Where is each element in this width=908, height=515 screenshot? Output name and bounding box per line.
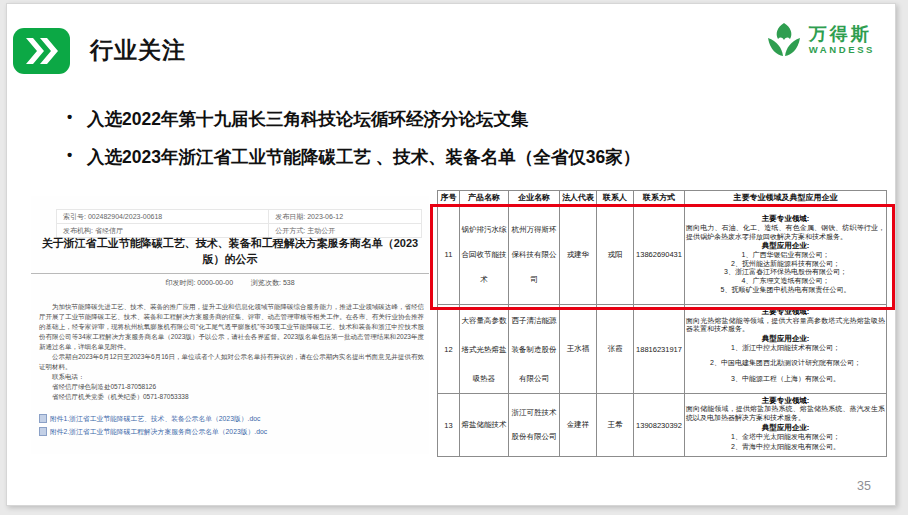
apps-list: 1、金塔中光太阳能发电有限公司； 2、青海中控太阳能发电有限公司。 (686, 433, 885, 453)
doc-contact-label: 联系电话： (39, 372, 424, 382)
doc-title: 关于浙江省工业节能降碳工艺、技术、装备和工程解决方案服务商名单（2023版）的公… (33, 236, 427, 267)
cell-company: 西子清洁能源装备制造股份有限公司 (509, 305, 560, 394)
table-row-11: 11 锅炉排污水综合回收节能技术 杭州万得斯环保科技有限公司 戎建华 戎阳 13… (438, 205, 887, 305)
cell-phone: 18816231917 (634, 305, 685, 394)
domain-label: 主要专业领域: (686, 396, 885, 406)
doc-paragraph-1: 为加快节能降碳先进工艺、技术、装备的推广应用，提升工业和信息化领域节能降碳综合服… (39, 302, 424, 352)
doc-view-count: 浏览次数: 538 (251, 279, 295, 286)
gov-notice-screenshot: 索引号: 002482904/2023-00618 发布日期: 2023-06-… (31, 196, 429, 454)
cell-no: 11 (438, 205, 460, 305)
cell-product: 熔盐储能技术 (460, 394, 509, 457)
app-item: 1、浙江中控太阳能技术有限公司； (686, 344, 885, 353)
app-item: 5、抚顺矿业集团中机热电有限责任公司。 (686, 286, 885, 295)
vendor-table: 序号 产品名称 企业名称 法人代表 联系人 联系方式 主要专业领域及典型应用企业… (437, 190, 887, 457)
slide: 行业关注 万得斯 WANDESS • 入选2022年第十九届长三角科技论坛循环经… (6, 3, 896, 506)
table-header-row: 序号 产品名称 企业名称 法人代表 联系人 联系方式 主要专业领域及典型应用企业 (438, 191, 887, 205)
bullet-item: • 入选2022年第十九届长三角科技论坛循环经济分论坛文集 (67, 107, 867, 131)
app-item: 4、广东理文造纸有限公司； (686, 277, 885, 286)
cell-contact: 张霞 (597, 305, 634, 394)
apps-label: 典型应用企业: (686, 241, 885, 251)
col-header-specialty: 主要专业领域及典型应用企业 (685, 191, 887, 205)
apps-label: 典型应用企业: (686, 423, 885, 433)
cell-specialty: 主要专业领域: 面向电力、石油、化工、造纸、有色金属、钢铁、纺织等行业，提供锅炉… (685, 205, 887, 305)
doc-paragraph-2: 公示期自2023年6月12日至2023年6月16日，单位或者个人如对公示名单持有… (39, 352, 424, 372)
cell-product: 锅炉排污水综合回收节能技术 (460, 205, 509, 305)
app-item: 1、金塔中光太阳能发电有限公司； (686, 433, 885, 442)
apps-label: 典型应用企业: (686, 334, 885, 344)
col-header-legal-rep: 法人代表 (560, 191, 597, 205)
doc-file-icon (39, 427, 47, 436)
cell-no: 12 (438, 305, 460, 394)
cell-specialty: 主要专业领域: 面向光热熔盐储能等领域，提供大容量高参数塔式光热熔盐吸热器装置和… (685, 305, 887, 394)
doc-index-no: 索引号: 002482904/2023-00618 (57, 210, 269, 224)
apps-list: 1、浙江中控太阳能技术有限公司； 2、中国电建集团西北勘测设计研究院有限公司； … (686, 344, 885, 384)
app-item: 1、广西华银铝业有限公司； (686, 251, 885, 260)
doc-contact-phone-2: 省经信厅机关党委（机关纪委）0571-87053338 (39, 392, 424, 402)
table-row-13: 13 熔盐储能技术 浙江可胜技术股份有限公司 金建祥 王希 1390823039… (438, 394, 887, 457)
doc-divider (31, 273, 429, 274)
cell-legal-rep: 戎建华 (560, 205, 597, 305)
cell-company: 杭州万得斯环保科技有限公司 (509, 205, 560, 305)
app-item: 2、中国电建集团西北勘测设计研究院有限公司； (686, 359, 885, 368)
bullet-dot: • (67, 107, 87, 131)
cell-no: 13 (438, 394, 460, 457)
col-header-company: 企业名称 (509, 191, 560, 205)
domain-text: 面向电力、石油、化工、造纸、有色金属、钢铁、纺织等行业，提供锅炉余热废水零排放回… (686, 224, 885, 242)
doc-body: 为加快节能降碳先进工艺、技术、装备的推广应用，提升工业和信息化领域节能降碳综合服… (39, 302, 424, 438)
col-header-no: 序号 (438, 191, 460, 205)
logo-name-cn: 万得斯 (809, 25, 875, 45)
chevron-glyphs (22, 37, 62, 65)
plant-logo-icon (764, 20, 804, 60)
double-chevron-icon (13, 28, 70, 74)
doc-info-table: 索引号: 002482904/2023-00618 发布日期: 2023-06-… (56, 209, 422, 238)
cell-legal-rep: 金建祥 (560, 394, 597, 457)
cell-product: 大容量高参数塔式光热熔盐吸热器 (460, 305, 509, 394)
attachment-name[interactable]: 附件1.浙江省工业节能降碳工艺、技术、装备公示名单（2023版）.doc (50, 412, 260, 425)
doc-contact-phone-1: 省经信厅绿色制造处0571-87058126 (39, 382, 424, 392)
cell-specialty: 主要专业领域: 面向储能领域，提供熔盐加热系统、熔盐储热系统、蒸汽发生系统以及电… (685, 394, 887, 457)
doc-meta: 印发时间: 0000-00-00 浏览次数: 538 (31, 278, 429, 288)
attachment-link-2[interactable]: 附件2.浙江省工业节能降碳工程解决方案服务商公示名单（2023版）.doc (39, 425, 424, 438)
bullet-text: 入选2023年浙江省工业节能降碳工艺 、技术、装备名单（全省仅36家） (87, 145, 640, 169)
domain-text: 面向储能领域，提供熔盐加热系统、熔盐储热系统、蒸汽发生系统以及电加热器解决方案和… (686, 405, 885, 423)
domain-label: 主要专业领域: (686, 214, 885, 224)
domain-text: 面向光热熔盐储能等领域，提供大容量高参数塔式光热熔盐吸热器装置和技术服务。 (686, 317, 885, 335)
app-item: 3、浙江富春江环保热电股份有限公司； (686, 268, 885, 277)
attachment-name[interactable]: 附件2.浙江省工业节能降碳工程解决方案服务商公示名单（2023版）.doc (50, 425, 267, 438)
doc-issue-time: 印发时间: 0000-00-00 (165, 279, 233, 286)
doc-file-icon (39, 414, 47, 423)
app-item: 2、青海中控太阳能发电有限公司。 (686, 443, 885, 452)
col-header-phone: 联系方式 (634, 191, 685, 205)
cell-phone: 13862690431 (634, 205, 685, 305)
table-row-12: 12 大容量高参数塔式光热熔盐吸热器 西子清洁能源装备制造股份有限公司 王水福 … (438, 305, 887, 394)
domain-label: 主要专业领域: (686, 307, 885, 317)
cell-legal-rep: 王水福 (560, 305, 597, 394)
cell-contact: 王希 (597, 394, 634, 457)
app-item: 3、中能源工程（上海）有限公司。 (686, 375, 885, 384)
col-header-product: 产品名称 (460, 191, 509, 205)
page-number: 35 (857, 479, 871, 493)
bullet-dot: • (67, 145, 87, 169)
logo-name-en: WANDESS (809, 45, 875, 55)
cell-company: 浙江可胜技术股份有限公司 (509, 394, 560, 457)
col-header-contact: 联系人 (597, 191, 634, 205)
doc-publish-date: 发布日期: 2023-06-12 (269, 210, 422, 224)
page-title: 行业关注 (90, 35, 186, 66)
bullet-text: 入选2022年第十九届长三角科技论坛循环经济分论坛文集 (87, 107, 528, 131)
cell-contact: 戎阳 (597, 205, 634, 305)
attachment-link-1[interactable]: 附件1.浙江省工业节能降碳工艺、技术、装备公示名单（2023版）.doc (39, 412, 424, 425)
cell-phone: 13908230392 (634, 394, 685, 457)
bullet-item: • 入选2023年浙江省工业节能降碳工艺 、技术、装备名单（全省仅36家） (67, 145, 867, 169)
doc-attachments: 附件1.浙江省工业节能降碳工艺、技术、装备公示名单（2023版）.doc 附件2… (39, 412, 424, 438)
apps-list: 1、广西华银铝业有限公司； 2、抚州能达新能源科技有限公司； 3、浙江富春江环保… (686, 251, 885, 295)
wandess-logo: 万得斯 WANDESS (764, 20, 875, 60)
